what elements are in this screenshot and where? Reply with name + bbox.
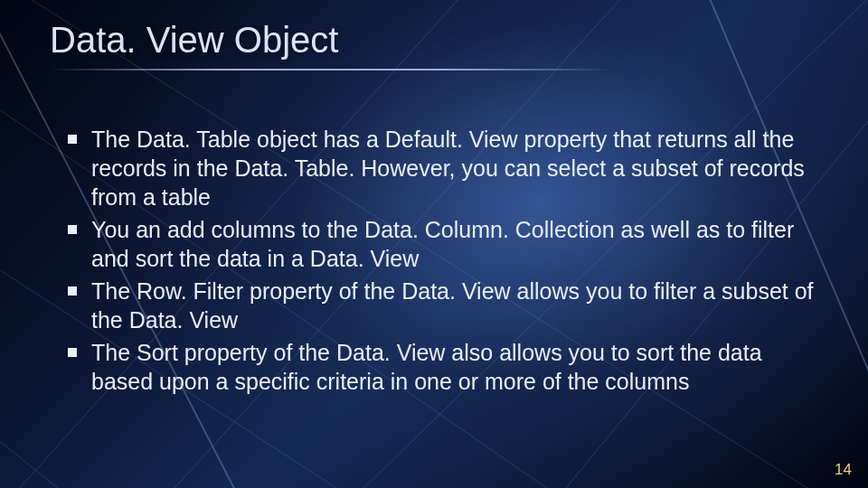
slide-body: The Data. Table object has a Default. Vi…	[59, 125, 827, 399]
slide-title: Data. View Object	[50, 20, 338, 61]
page-number: 14	[835, 461, 852, 479]
bullet-list: The Data. Table object has a Default. Vi…	[59, 125, 827, 396]
list-item: The Data. Table object has a Default. Vi…	[59, 125, 827, 211]
list-item: You an add columns to the Data. Column. …	[59, 215, 827, 273]
list-item: The Sort property of the Data. View also…	[59, 338, 827, 396]
title-underline	[50, 69, 610, 70]
list-item: The Row. Filter property of the Data. Vi…	[59, 277, 827, 334]
slide: Data. View Object The Data. Table object…	[0, 0, 868, 488]
